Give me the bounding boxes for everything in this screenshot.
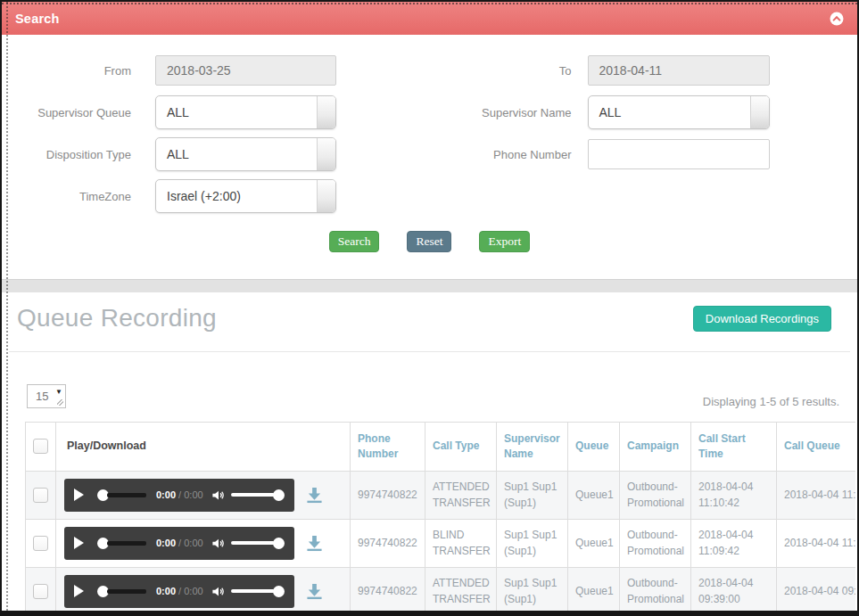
disposition-type-value: ALL: [156, 147, 317, 161]
download-recordings-button[interactable]: Download Recordings: [693, 306, 831, 332]
col-call-start-time: Call Start Time: [691, 423, 777, 472]
page-size-value: 15: [36, 390, 48, 403]
cell-call-queue-time: 2018-04-04 11:10:43: [777, 471, 856, 519]
search-panel-title: Search: [15, 12, 60, 26]
download-recording-button[interactable]: [306, 535, 323, 552]
cell-campaign: Outbound-Promotional: [620, 567, 691, 615]
cell-call-type: ATTENDED TRANSFER: [425, 567, 497, 615]
cell-call-type: BLIND TRANSFER: [425, 519, 497, 567]
cell-supervisor: Sup1 Sup1 (Sup1): [497, 471, 568, 519]
timezone-label: TimeZone: [2, 190, 131, 203]
download-recording-button[interactable]: [306, 487, 323, 504]
play-button[interactable]: [74, 537, 84, 549]
col-phone-number: Phone Number: [351, 423, 425, 472]
time-display: 0:00 / 0:00: [156, 584, 203, 599]
recordings-table: Play/Download Phone Number Call Type Sup…: [25, 422, 855, 616]
caret-down-icon: ▼: [55, 389, 62, 396]
section-divider: [2, 279, 857, 292]
disposition-type-select[interactable]: ALL: [155, 137, 336, 171]
table-header-row: Play/Download Phone Number Call Type Sup…: [26, 423, 856, 472]
cell-phone: 9974740822: [351, 519, 425, 567]
volume-slider[interactable]: [231, 489, 285, 501]
seek-slider[interactable]: [97, 538, 146, 549]
timezone-value: Israel (+2:00): [156, 189, 317, 203]
cell-supervisor: Sup1 Sup1 (Sup1): [497, 567, 568, 615]
from-date-input[interactable]: 2018-03-25: [155, 55, 336, 86]
seek-slider[interactable]: [97, 586, 146, 597]
cell-campaign: Outbound-Promotional: [620, 519, 691, 567]
cell-campaign: Outbound-Promotional: [620, 471, 691, 519]
play-button[interactable]: [74, 489, 84, 501]
search-panel-header: Search: [2, 2, 857, 35]
recordings-table-wrap: Play/Download Phone Number Call Type Sup…: [25, 422, 855, 616]
table-row: 0:00 / 0:00: [26, 519, 856, 567]
mute-button[interactable]: [211, 537, 225, 550]
speaker-icon: [211, 585, 225, 598]
cell-queue: Queue1: [568, 471, 620, 519]
disposition-type-label: Disposition Type: [2, 148, 131, 161]
search-button[interactable]: Search: [329, 231, 380, 252]
search-form: From 2018-03-25 Supervisor Queue ALL Dis…: [2, 53, 857, 221]
page-title: Queue Recording: [17, 304, 217, 333]
speaker-icon: [211, 537, 225, 550]
audio-player: 0:00 / 0:00: [64, 527, 294, 560]
phone-number-label: Phone Number: [430, 148, 572, 161]
from-label: From: [2, 64, 131, 78]
download-icon: [306, 583, 323, 600]
cell-call-start: 2018-04-04 11:10:42: [691, 471, 777, 519]
table-row: 0:00 / 0:00: [26, 471, 856, 519]
search-panel-body: From 2018-03-25 Supervisor Queue ALL Dis…: [2, 35, 857, 279]
timezone-select[interactable]: Israel (+2:00): [155, 179, 336, 213]
row-checkbox[interactable]: [33, 488, 48, 503]
col-call-queue: Call Queue: [777, 423, 856, 472]
row-checkbox[interactable]: [33, 536, 48, 551]
time-display: 0:00 / 0:00: [156, 536, 203, 551]
play-button[interactable]: [74, 585, 84, 597]
supervisor-queue-select[interactable]: ALL: [155, 95, 336, 129]
cell-call-queue-time: 2018-04-04 09:39:01: [777, 567, 856, 615]
supervisor-queue-label: Supervisor Queue: [2, 106, 131, 119]
select-arrow-strip: [317, 138, 335, 170]
volume-slider[interactable]: [231, 538, 285, 549]
cell-queue: Queue1: [568, 567, 620, 615]
select-arrow-strip: [317, 96, 335, 128]
table-row: 0:00 / 0:00: [26, 567, 856, 615]
col-play-download: Play/Download: [56, 423, 351, 472]
audio-player: 0:00 / 0:00: [64, 479, 294, 512]
to-date-input[interactable]: 2018-04-11: [588, 55, 770, 86]
form-actions: Search Reset Export: [2, 231, 857, 252]
row-checkbox[interactable]: [33, 584, 48, 599]
speaker-icon: [211, 489, 225, 502]
cell-call-start: 2018-04-04 09:39:00: [691, 567, 777, 615]
col-call-type: Call Type: [425, 423, 497, 472]
select-grip-icon: [57, 399, 63, 406]
seek-slider[interactable]: [97, 489, 146, 501]
volume-slider[interactable]: [231, 586, 285, 597]
supervisor-name-select[interactable]: ALL: [588, 95, 770, 129]
cell-phone: 9974740822: [351, 471, 425, 519]
to-label: To: [430, 64, 572, 78]
phone-number-input[interactable]: [588, 139, 770, 169]
col-queue: Queue: [568, 423, 620, 472]
download-recording-button[interactable]: [306, 583, 323, 600]
cell-queue: Queue1: [568, 519, 620, 567]
export-button[interactable]: Export: [479, 231, 530, 252]
download-icon: [306, 487, 323, 504]
mute-button[interactable]: [211, 585, 225, 598]
select-all-checkbox[interactable]: [33, 439, 48, 454]
cell-call-start: 2018-04-04 11:09:42: [691, 519, 777, 567]
cell-supervisor: Sup1 Sup1 (Sup1): [497, 519, 568, 567]
reset-button[interactable]: Reset: [407, 231, 451, 252]
cell-phone: 9974740822: [351, 567, 425, 615]
time-display: 0:00 / 0:00: [156, 488, 203, 503]
cell-call-queue-time: 2018-04-04 11:09:42: [777, 519, 856, 567]
queue-recording-page: Search From 2018-03-25 Supervisor Queue …: [0, 0, 859, 616]
download-icon: [306, 535, 323, 552]
collapse-panel-button[interactable]: [830, 12, 844, 26]
chevron-up-circle-icon: [830, 12, 844, 26]
page-size-select[interactable]: 15 ▼: [27, 384, 66, 408]
supervisor-name-label: Supervisor Name: [430, 106, 572, 119]
mute-button[interactable]: [211, 489, 225, 502]
col-supervisor-name: Supervisor Name: [497, 423, 568, 472]
col-campaign: Campaign: [620, 423, 691, 472]
